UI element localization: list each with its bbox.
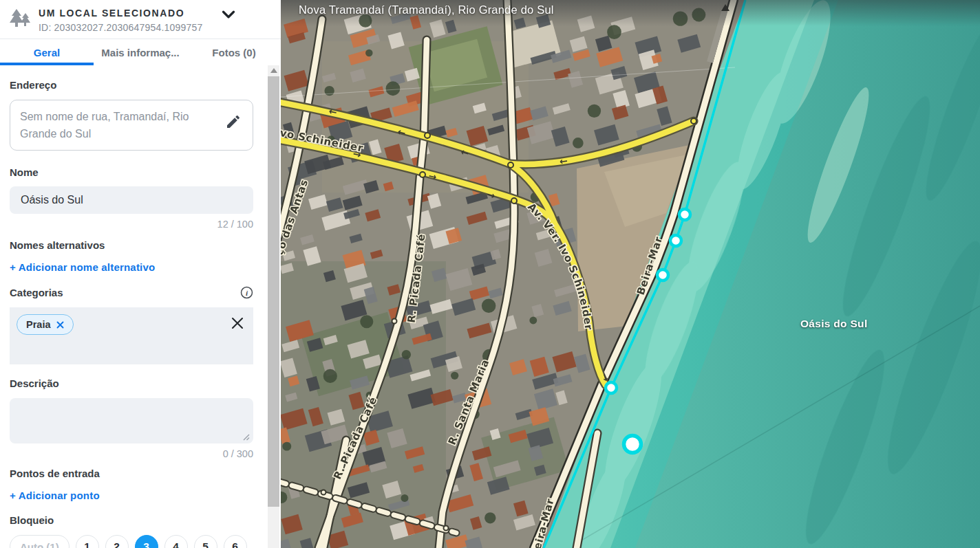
bloqueio-option-2[interactable]: 2 <box>105 535 129 548</box>
info-icon[interactable]: i <box>240 286 253 299</box>
map-view[interactable]: ← ← ← ← → → → → <box>281 0 980 548</box>
pontos-entrada-label: Pontos de entrada <box>10 468 253 479</box>
clear-categories-icon[interactable] <box>231 317 244 329</box>
chip-label: Praia <box>26 319 50 330</box>
bloqueio-option-4[interactable]: 4 <box>164 535 188 548</box>
resize-grip-icon[interactable] <box>243 434 250 441</box>
selection-vertex[interactable] <box>679 209 690 220</box>
svg-text:i: i <box>246 289 248 297</box>
categorias-label: Categorias <box>10 287 63 298</box>
app: UM LOCAL SELECIONADO ID: 203032027.20306… <box>0 0 980 548</box>
address-value: Sem nome de rua, Tramandaí, Rio Grande d… <box>20 108 209 142</box>
add-entry-point-link[interactable]: + Adicionar ponto <box>10 490 100 501</box>
tab-geral[interactable]: Geral <box>0 39 94 65</box>
selection-vertex[interactable] <box>657 270 668 281</box>
panel-content: Endereço Sem nome de rua, Tramandaí, Rio… <box>0 65 281 548</box>
descricao-label: Descrição <box>10 377 253 389</box>
map-place-label: Oásis do Sul <box>800 318 868 330</box>
bloqueio-option-6[interactable]: 6 <box>224 535 247 548</box>
nome-input[interactable] <box>10 186 253 214</box>
tab-fotos[interactable]: Fotos (0) <box>187 39 281 65</box>
panel-title: UM LOCAL SELECIONADO <box>39 6 271 19</box>
panel-scrollbar-thumb[interactable] <box>268 76 279 507</box>
tab-mais-informacoes[interactable]: Mais informaç... <box>94 39 187 65</box>
address-field[interactable]: Sem nome de rua, Tramandaí, Rio Grande d… <box>10 100 253 151</box>
nomes-alternativos-label: Nomes alternativos <box>10 239 253 251</box>
chevron-down-icon[interactable] <box>222 10 235 19</box>
bloqueio-options: Auto (1) 1 2 3 4 5 6 <box>10 535 253 548</box>
bloqueio-option-5[interactable]: 5 <box>194 535 217 548</box>
bloqueio-option-1[interactable]: 1 <box>76 535 99 548</box>
selection-vertex[interactable] <box>670 235 681 246</box>
map-canvas[interactable]: ← ← ← ← → → → → <box>281 0 980 548</box>
nome-label: Nome <box>10 166 253 178</box>
nome-counter: 12 / 100 <box>10 219 253 230</box>
map-location-title: Nova Tramandaí (Tramandaí), Rio Grande d… <box>299 3 554 17</box>
place-id: ID: 203032027.2030647954.1099757 <box>39 22 271 33</box>
bloqueio-label: Bloqueio <box>10 514 253 526</box>
tab-bar: Geral Mais informaç... Fotos (0) <box>0 39 281 65</box>
bloqueio-option-3[interactable]: 3 <box>135 535 158 548</box>
category-chip-praia[interactable]: Praia <box>17 314 74 335</box>
scrollbar-up-arrow[interactable] <box>270 68 277 73</box>
svg-text:←: ← <box>559 155 568 166</box>
pencil-icon[interactable] <box>225 113 242 130</box>
descricao-counter: 0 / 300 <box>10 448 253 459</box>
place-panel: UM LOCAL SELECIONADO ID: 203032027.20306… <box>0 0 281 548</box>
endereco-label: Endereço <box>10 79 253 91</box>
descricao-textarea[interactable] <box>10 398 253 443</box>
trees-icon <box>8 8 32 32</box>
panel-header: UM LOCAL SELECIONADO ID: 203032027.20306… <box>0 0 281 39</box>
add-alternative-name-link[interactable]: + Adicionar nome alternativo <box>10 261 155 273</box>
categories-box: Praia <box>10 307 253 364</box>
bloqueio-option-auto[interactable]: Auto (1) <box>10 535 70 548</box>
place-marker[interactable] <box>624 436 641 453</box>
chip-remove-icon[interactable] <box>56 321 64 329</box>
selection-vertex[interactable] <box>606 382 617 393</box>
